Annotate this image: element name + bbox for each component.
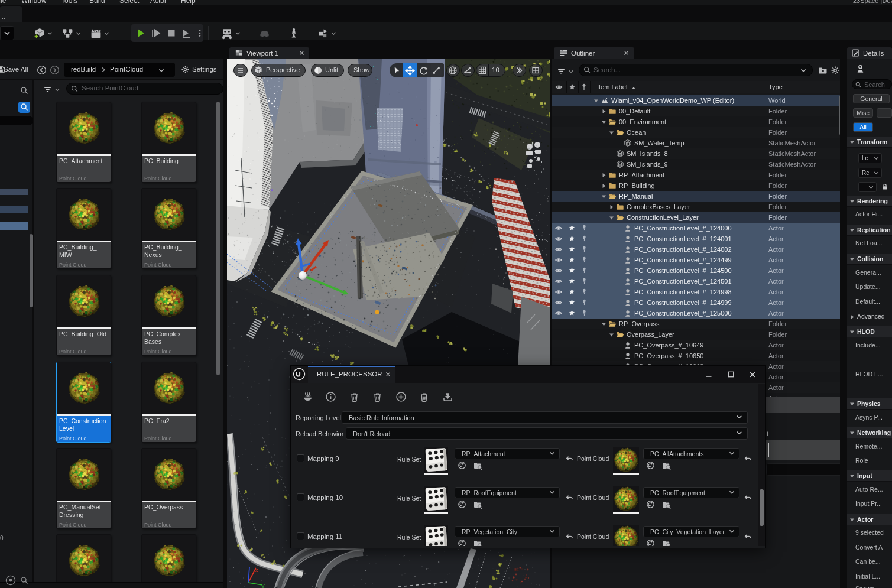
svg-text:x: x [255, 567, 258, 573]
svg-text:Y: Y [261, 583, 265, 588]
